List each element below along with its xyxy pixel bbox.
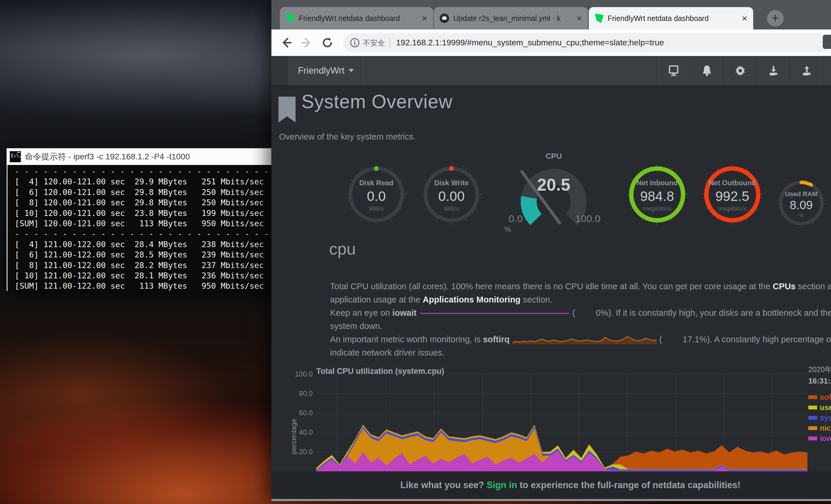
gauge-max: 100.0 (570, 213, 606, 225)
import-snapshot-button[interactable] (790, 56, 823, 85)
info-icon[interactable] (350, 38, 360, 48)
cmd-icon: C:\. (10, 151, 21, 162)
terminal-output[interactable]: - - - - - - - - - - - - - - - - - - - - … (6, 165, 271, 291)
chevron-down-icon (349, 69, 354, 72)
terminal-text: - - - - - - - - - - - - - - - - - - - - … (15, 166, 271, 291)
nav-cell-partial (823, 56, 831, 85)
divider (390, 37, 390, 48)
signin-banner: Like what you see? Sign in to experience… (271, 471, 831, 499)
description-line: system down. (330, 320, 831, 333)
tab-netdata-active[interactable]: FriendlyWrt netdata dashboard × (589, 7, 753, 29)
extension-icon[interactable] (823, 35, 831, 49)
legend-item-nice[interactable]: nice (808, 424, 831, 432)
monitor-icon (668, 65, 680, 77)
legend-label: softirq (820, 393, 831, 402)
browser-window: FriendlyWrt netdata dashboard × Update r… (271, 0, 831, 501)
description-line: application usage at the Applications Mo… (330, 293, 831, 306)
gauge-unit: MiB/s (345, 205, 407, 212)
gauge-unit: % (499, 225, 517, 234)
print-view-button[interactable] (657, 56, 690, 85)
tab-title: FriendlyWrt netdata dashboard (608, 14, 737, 23)
gauge-label: Disk Read (345, 179, 407, 187)
description-line: An important metric worth monitoring, is… (330, 333, 831, 346)
gauge-label: CPU (507, 152, 601, 161)
gauge-value: 992.5 (701, 188, 763, 204)
gauge-dot (374, 166, 379, 171)
description-line: indicate network driver issues. (330, 346, 831, 359)
chart-timestamp-time: 16:31:2 (808, 377, 831, 386)
legend-swatch (808, 406, 817, 410)
softirq-sparkline (512, 335, 657, 345)
export-snapshot-button[interactable] (756, 56, 790, 85)
y-tick: 100.0 (280, 370, 313, 378)
legend-swatch (808, 426, 817, 430)
desktop: C:\. 命令提示符 - iperf3 -c 192.168.1.2 -P4 -… (0, 0, 831, 504)
forward-button[interactable] (300, 36, 314, 50)
address-bar[interactable]: 不安全 192.168.2.1:19999/#menu_system_subme… (343, 33, 831, 52)
legend-label: iowait (820, 434, 831, 443)
navbar-left-strip (271, 56, 288, 85)
legend-label: system (820, 413, 831, 422)
netdata-favicon (286, 13, 295, 23)
applications-monitoring-link[interactable]: Applications Monitoring (423, 295, 520, 304)
netdata-navbar: FriendlyWrt (271, 56, 831, 85)
cpu-chart-plot[interactable] (316, 374, 807, 471)
tab-title: Update r2s_lean_minimal.yml · k (453, 14, 572, 23)
cpus-link[interactable]: CPUs (773, 281, 795, 291)
tab-github[interactable]: Update r2s_lean_minimal.yml · k × (434, 7, 588, 29)
page-subtitle: Overview of the key system metrics. (279, 132, 416, 142)
gauge-value: 8.09 (776, 199, 826, 212)
terminal-window[interactable]: C:\. 命令提示符 - iperf3 -c 192.168.1.2 -P4 -… (6, 148, 271, 291)
window-bottom-edge (271, 499, 831, 501)
tab-close-icon[interactable]: × (576, 13, 582, 23)
legend-item-system[interactable]: system (808, 414, 831, 421)
gauge-label: Net Outbound (701, 179, 763, 187)
legend-item-softirq[interactable]: softirq (808, 393, 831, 401)
y-tick: 60.0 (280, 409, 313, 417)
cpu-description: Total CPU utilization (all cores). 100% … (330, 280, 831, 359)
gauge-net-inbound[interactable]: Net Inbound 984.8 megabits/s (626, 164, 688, 225)
banner-text: Like what you see? Sign in to experience… (400, 480, 740, 491)
gauge-min: 0.0 (503, 213, 529, 225)
tab-netdata-1[interactable]: FriendlyWrt netdata dashboard × (280, 7, 433, 29)
y-tick: 80.0 (280, 389, 313, 398)
legend-item-iowait[interactable]: iowait (808, 435, 831, 442)
page-title: System Overview (302, 91, 453, 113)
gauge-unit: MiB/s (421, 205, 482, 212)
sign-in-link[interactable]: Sign in (487, 480, 517, 490)
gauge-net-outbound[interactable]: Net Outbound 992.5 megabits/s (701, 164, 763, 225)
dashboard-page: System Overview Overview of the key syst… (271, 85, 831, 471)
upload-icon (801, 65, 813, 77)
tab-close-icon[interactable]: × (422, 13, 427, 23)
tab-strip: FriendlyWrt netdata dashboard × Update r… (271, 0, 831, 29)
settings-button[interactable] (723, 56, 757, 85)
y-axis-title: percentage (290, 419, 298, 454)
gauge-disk-read[interactable]: Disk Read 0.0 MiB/s (345, 164, 407, 225)
chart-legend: softirqusersystemniceiowait (808, 393, 831, 445)
netdata-favicon (595, 13, 603, 23)
gauge-label: Disk Write (421, 179, 482, 187)
host-selector[interactable]: FriendlyWrt (288, 56, 361, 85)
legend-swatch (808, 395, 817, 399)
gauge-value: 984.8 (626, 188, 688, 204)
alarms-button[interactable] (690, 56, 723, 85)
gauge-unit: % (776, 213, 826, 219)
legend-label: nice (820, 423, 831, 433)
iowait-sparkline (421, 313, 569, 314)
github-favicon (440, 13, 449, 23)
gauge-unit: megabits/s (626, 205, 688, 212)
section-heading-cpu: cpu (329, 239, 356, 258)
gauge-cpu[interactable]: CPU 20.5 0.0 100.0 % (507, 152, 601, 231)
tab-close-icon[interactable]: × (742, 13, 747, 23)
download-icon (768, 65, 779, 77)
legend-item-user[interactable]: user (808, 404, 831, 411)
back-button[interactable] (279, 36, 293, 50)
tab-title: FriendlyWrt netdata dashboard (299, 14, 417, 23)
reload-button[interactable] (320, 36, 335, 50)
gauge-disk-write[interactable]: Disk Write 0.00 MiB/s (421, 164, 482, 225)
gauge-used-ram[interactable]: Used RAM 8.09 % (776, 178, 826, 228)
host-name: FriendlyWrt (298, 65, 344, 76)
url-text[interactable]: 192.168.2.1:19999/#menu_system_submenu_c… (396, 38, 664, 48)
new-tab-button[interactable]: + (767, 10, 783, 27)
terminal-titlebar[interactable]: C:\. 命令提示符 - iperf3 -c 192.168.1.2 -P4 -… (6, 148, 271, 165)
